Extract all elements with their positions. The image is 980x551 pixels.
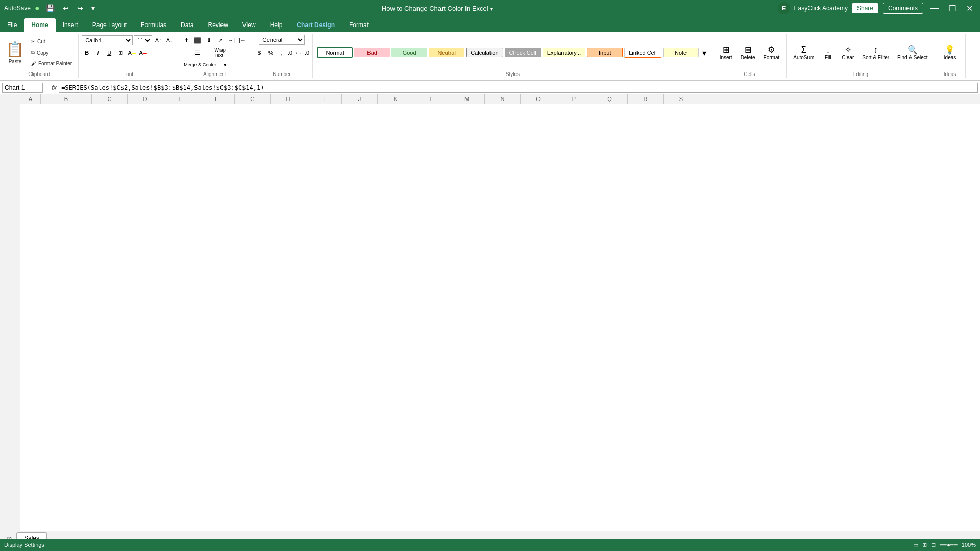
border-button[interactable]: ⊞	[115, 47, 126, 58]
formula-input[interactable]	[59, 83, 978, 93]
style-linked-cell[interactable]: Linked Cell	[624, 48, 661, 58]
restore-button[interactable]: ❐	[946, 3, 959, 14]
fill-color-button[interactable]: A▬	[127, 47, 137, 58]
style-note[interactable]: Note	[663, 48, 699, 57]
col-header-e[interactable]: E	[163, 94, 199, 104]
col-header-m[interactable]: M	[449, 94, 485, 104]
col-header-o[interactable]: O	[521, 94, 556, 104]
tab-home[interactable]: Home	[24, 18, 55, 32]
find-select-button[interactable]: 🔍 Find & Select	[894, 42, 931, 63]
font-color-button[interactable]: A▬	[138, 47, 148, 58]
col-header-h[interactable]: H	[271, 94, 306, 104]
align-top-btn[interactable]: ⬆	[181, 35, 191, 45]
customize-qat-button[interactable]: ▾	[89, 3, 97, 13]
increase-decimal-btn[interactable]: .0→	[288, 47, 298, 58]
normal-view-btn[interactable]: ▭	[913, 542, 918, 548]
comments-button[interactable]: Comments	[883, 3, 923, 14]
copy-button[interactable]: ⧉ Copy	[28, 47, 75, 58]
col-header-l[interactable]: L	[413, 94, 449, 104]
align-left-btn[interactable]: ≡	[181, 47, 191, 58]
merge-dropdown[interactable]: ▾	[220, 60, 230, 70]
tab-page-layout[interactable]: Page Layout	[85, 18, 134, 32]
redo-button[interactable]: ↪	[75, 3, 85, 13]
tab-file[interactable]: File	[0, 18, 24, 32]
clear-button[interactable]: ✧ Clear	[838, 42, 857, 63]
style-explanatory[interactable]: Explanatory...	[543, 48, 585, 57]
col-header-a[interactable]: A	[20, 94, 41, 104]
style-neutral[interactable]: Neutral	[429, 48, 464, 57]
ideas-button[interactable]: 💡 Ideas	[940, 42, 960, 63]
tab-data[interactable]: Data	[174, 18, 201, 32]
comma-btn[interactable]: ,	[277, 47, 287, 58]
bold-button[interactable]: B	[82, 47, 92, 58]
decrease-font-btn[interactable]: A↓	[164, 35, 175, 45]
tab-view[interactable]: View	[235, 18, 263, 32]
minimize-button[interactable]: —	[927, 3, 942, 14]
font-size-select[interactable]: 11	[134, 35, 152, 45]
format-cells-button[interactable]: ⚙ Format	[760, 42, 783, 63]
style-bad[interactable]: Bad	[354, 48, 390, 57]
paste-button[interactable]: 📋 Paste	[3, 39, 27, 66]
font-name-select[interactable]: Calibri	[82, 35, 133, 45]
tab-format[interactable]: Format	[342, 18, 376, 32]
zoom-level[interactable]: 100%	[962, 542, 976, 548]
format-painter-button[interactable]: 🖌 Format Painter	[28, 59, 75, 68]
insert-cells-button[interactable]: ⊞ Insert	[716, 42, 736, 63]
align-center-btn[interactable]: ☰	[192, 47, 203, 58]
increase-font-btn[interactable]: A↑	[153, 35, 163, 45]
text-direction-btn[interactable]: ↗	[215, 35, 225, 45]
sort-filter-button[interactable]: ↕ Sort & Filter	[859, 43, 893, 63]
tab-formulas[interactable]: Formulas	[134, 18, 174, 32]
italic-button[interactable]: I	[93, 47, 103, 58]
autosum-button[interactable]: Σ AutoSum	[790, 43, 818, 63]
col-header-j[interactable]: J	[342, 94, 378, 104]
col-header-c[interactable]: C	[92, 94, 128, 104]
fill-button[interactable]: ↓ Fill	[819, 43, 837, 63]
close-button[interactable]: ✕	[963, 3, 976, 14]
style-input[interactable]: Input	[587, 48, 623, 57]
style-calculation[interactable]: Calculation	[466, 48, 503, 57]
name-box[interactable]	[2, 83, 43, 93]
zoom-slider[interactable]: ━━●━━	[940, 542, 958, 548]
style-normal[interactable]: Normal	[317, 47, 353, 58]
tab-chart-design[interactable]: Chart Design	[289, 18, 342, 32]
percent-btn[interactable]: %	[265, 47, 276, 58]
align-middle-btn[interactable]: ⬛	[192, 35, 203, 45]
col-header-k[interactable]: K	[378, 94, 413, 104]
page-break-btn[interactable]: ⊟	[931, 542, 936, 548]
align-right-btn[interactable]: ≡	[204, 47, 214, 58]
delete-cells-button[interactable]: ⊟ Delete	[737, 42, 759, 63]
save-button[interactable]: 💾	[44, 3, 57, 13]
styles-more-button[interactable]: ▾	[700, 48, 708, 58]
col-header-p[interactable]: P	[556, 94, 592, 104]
indent-increase-btn[interactable]: →|	[226, 35, 236, 45]
tab-insert[interactable]: Insert	[56, 18, 85, 32]
style-check-cell[interactable]: Check Cell	[505, 48, 541, 57]
col-header-s[interactable]: S	[664, 94, 699, 104]
currency-btn[interactable]: $	[254, 47, 264, 58]
display-settings[interactable]: Display Settings	[4, 542, 44, 548]
cut-button[interactable]: ✂ Cut	[28, 37, 75, 46]
indent-decrease-btn[interactable]: |←	[237, 35, 248, 45]
undo-button[interactable]: ↩	[61, 3, 71, 13]
align-bottom-btn[interactable]: ⬇	[204, 35, 214, 45]
number-format-select[interactable]: General	[259, 35, 305, 45]
col-header-g[interactable]: G	[235, 94, 271, 104]
autosave-toggle[interactable]: ●	[35, 4, 40, 13]
col-header-i[interactable]: I	[306, 94, 342, 104]
style-good[interactable]: Good	[391, 48, 427, 57]
page-layout-btn[interactable]: ⊞	[922, 542, 927, 548]
underline-button[interactable]: U	[104, 47, 114, 58]
col-header-n[interactable]: N	[485, 94, 521, 104]
col-header-q[interactable]: Q	[592, 94, 628, 104]
col-header-r[interactable]: R	[628, 94, 664, 104]
col-header-d[interactable]: D	[128, 94, 163, 104]
wrap-text-button[interactable]: Wrap Text	[215, 47, 225, 58]
col-header-b[interactable]: B	[41, 94, 92, 104]
share-button[interactable]: Share	[852, 3, 878, 13]
decrease-decimal-btn[interactable]: ←.0	[299, 47, 309, 58]
col-header-f[interactable]: F	[199, 94, 235, 104]
merge-center-button[interactable]: Merge & Center	[181, 60, 219, 70]
tab-review[interactable]: Review	[201, 18, 235, 32]
tab-help[interactable]: Help	[263, 18, 290, 32]
